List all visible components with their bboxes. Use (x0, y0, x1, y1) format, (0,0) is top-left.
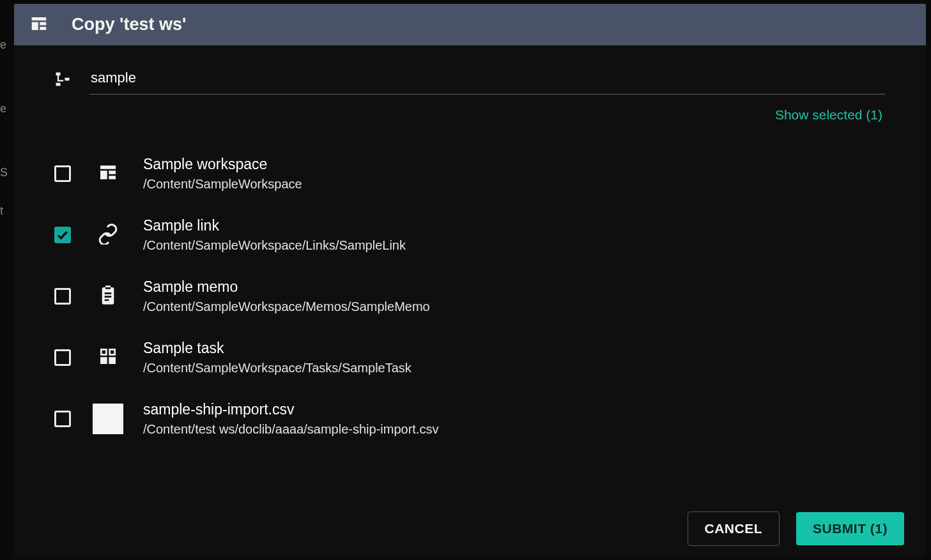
scroll-area[interactable]: Show selected (1) Sample workspace (42, 63, 898, 501)
copy-dialog: Copy 'test ws' Show selected (1) (14, 4, 926, 556)
item-title: Sample link (143, 217, 885, 234)
file-thumbnail-icon (93, 404, 123, 434)
item-path: /Content/SampleWorkspace/Links/SampleLin… (143, 238, 885, 253)
dialog-body: Show selected (1) Sample workspace (14, 45, 926, 501)
checkbox[interactable] (54, 165, 71, 182)
list-overflow (42, 450, 885, 501)
workspace-icon (29, 14, 49, 36)
item-title: Sample memo (143, 278, 885, 296)
cancel-button[interactable]: CANCEL (688, 511, 780, 546)
submit-button[interactable]: SUBMIT (1) (796, 512, 904, 545)
task-icon (98, 346, 118, 369)
item-path: /Content/SampleWorkspace/Tasks/SampleTas… (143, 361, 885, 375)
checkbox[interactable] (54, 227, 71, 243)
checkbox[interactable] (54, 349, 71, 366)
link-icon (97, 223, 119, 247)
item-title: Sample task (143, 340, 885, 357)
show-selected-link[interactable]: Show selected (1) (775, 107, 882, 123)
list-item[interactable]: Sample memo /Content/SampleWorkspace/Mem… (42, 266, 885, 327)
show-selected-row: Show selected (1) (42, 95, 885, 128)
item-path: /Content/SampleWorkspace/Memos/SampleMem… (143, 299, 885, 314)
search-input[interactable] (89, 66, 885, 95)
list-item[interactable]: Sample link /Content/SampleWorkspace/Lin… (42, 204, 885, 266)
checkbox[interactable] (54, 288, 71, 305)
item-title: Sample workspace (143, 156, 885, 173)
result-list: Sample workspace /Content/SampleWorkspac… (42, 128, 885, 501)
workspace-icon (98, 162, 118, 185)
search-row (42, 63, 885, 95)
dialog-footer: CANCEL SUBMIT (1) (14, 501, 926, 556)
item-path: /Content/SampleWorkspace (143, 177, 885, 192)
list-item[interactable]: Sample task /Content/SampleWorkspace/Tas… (42, 327, 885, 388)
item-title: sample-ship-import.csv (143, 401, 885, 418)
list-item[interactable]: Sample workspace /Content/SampleWorkspac… (42, 143, 885, 204)
tree-icon (54, 70, 72, 91)
dialog-title: Copy 'test ws' (72, 15, 186, 34)
item-path: /Content/test ws/doclib/aaaa/sample-ship… (143, 422, 885, 437)
memo-icon (98, 285, 118, 308)
dialog-header: Copy 'test ws' (14, 4, 926, 45)
checkbox[interactable] (54, 411, 71, 427)
list-item[interactable]: sample-ship-import.csv /Content/test ws/… (42, 388, 885, 450)
